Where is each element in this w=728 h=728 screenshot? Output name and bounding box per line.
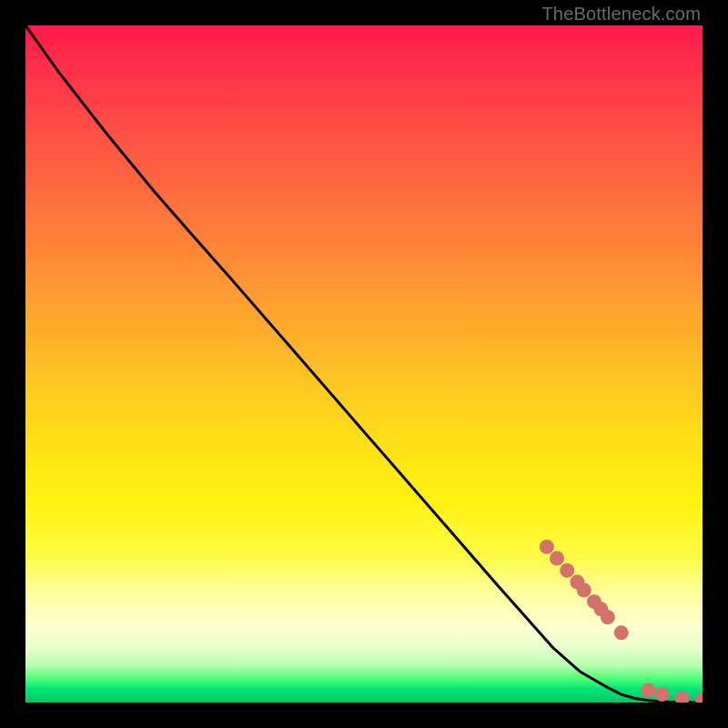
svg-point-3 [570,575,584,590]
curve-markers [540,540,703,703]
svg-point-1 [550,551,564,566]
svg-point-9 [641,683,655,698]
svg-point-4 [577,583,592,598]
svg-point-8 [614,625,629,640]
curve-line [25,25,703,703]
svg-point-0 [540,540,554,554]
attribution-text: TheBottleneck.com [541,4,701,25]
svg-point-5 [587,594,602,609]
svg-point-12 [695,693,703,703]
svg-point-6 [593,602,608,616]
svg-point-10 [654,687,669,702]
plot-area [25,25,703,703]
chart-svg [25,25,703,703]
svg-point-7 [601,610,615,624]
svg-point-11 [675,692,690,703]
svg-point-2 [560,563,574,578]
chart-frame: { "attribution": "TheBottleneck.com", "c… [0,0,728,728]
